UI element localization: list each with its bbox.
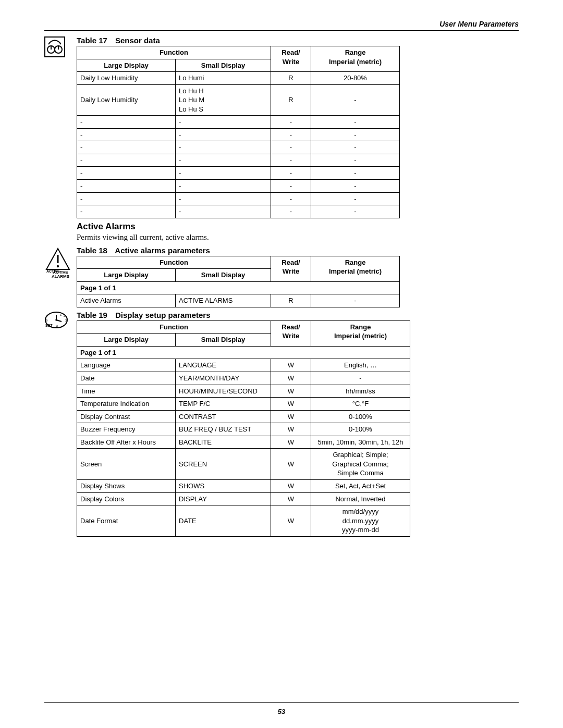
page-row: Page 1 of 1	[77, 346, 410, 359]
svg-text:SET: SET	[45, 324, 53, 327]
th-rw: Read/ Write	[271, 46, 311, 72]
table19-body: LanguageLANGUAGEWEnglish, …DateYEAR/MONT…	[77, 359, 410, 536]
active-alarms-desc: Permits viewing all current, active alar…	[77, 233, 519, 242]
cell-small-display: -	[176, 116, 271, 129]
table-row: ----	[77, 205, 400, 218]
th-small: Small Display	[176, 269, 271, 282]
page-row: Page 1 of 1	[77, 281, 400, 294]
cell-large-display: Display Shows	[77, 479, 176, 492]
table-row: ----	[77, 116, 400, 129]
table-row: Display ShowsSHOWSWSet, Act, Act+Set	[77, 479, 410, 492]
table-row: Backlite Off After x HoursBACKLITEW5min,…	[77, 436, 410, 449]
page-number: 53	[0, 708, 563, 715]
cell-rw: W	[271, 423, 311, 436]
alarm-icon: ACTIVE ALARMS ACTIVEALARMS	[44, 246, 77, 279]
cell-rw: W	[271, 492, 311, 505]
cell-range: °C,°F	[311, 398, 410, 411]
table-row: LanguageLANGUAGEWEnglish, …	[77, 359, 410, 372]
cell-range: -	[311, 141, 400, 154]
cell-rw: W	[271, 398, 311, 411]
active-alarms-title: Active Alarms	[77, 221, 519, 232]
table17-caption: Table 17 Sensor data	[77, 36, 519, 45]
svg-point-19	[55, 319, 57, 321]
cell-small-display: Lo Humi	[176, 72, 271, 85]
cell-small-display: -	[176, 167, 271, 180]
cell-rw: -	[271, 205, 311, 218]
cell-large-display: Active Alarms	[77, 294, 176, 307]
header-section: User Menu Parameters	[44, 20, 519, 28]
table-row: ----	[77, 167, 400, 180]
table-row: ScreenSCREENWGraphical; Simple; Graphica…	[77, 449, 410, 480]
cell-range: English, …	[311, 359, 410, 372]
cell-large-display: -	[77, 116, 176, 129]
table-row: Display ColorsDISPLAYWNormal, Inverted	[77, 492, 410, 505]
cell-large-display: Language	[77, 359, 176, 372]
cell-rw: W	[271, 505, 311, 537]
cell-range: 5min, 10min, 30min, 1h, 12h	[311, 436, 410, 449]
th-small: Small Display	[176, 59, 271, 72]
cell-rw: -	[271, 141, 311, 154]
table-row: ----	[77, 141, 400, 154]
cell-rw: -	[271, 180, 311, 193]
cell-large-display: Screen	[77, 449, 176, 480]
footer-rule	[44, 702, 519, 703]
th-rw: Read/ Write	[271, 320, 311, 346]
cell-large-display: Daily Low Humidity	[77, 72, 176, 85]
table-row: ----	[77, 192, 400, 205]
th-large: Large Display	[77, 269, 176, 282]
table19-caption: Table 19 Display setup parameters	[77, 311, 519, 319]
cell-range: 0-100%	[311, 410, 410, 423]
cell-small-display: BACKLITE	[176, 436, 271, 449]
cell-large-display: Display Colors	[77, 492, 176, 505]
cell-range: -	[311, 192, 400, 205]
cell-large-display: Time	[77, 385, 176, 398]
cell-rw: -	[271, 192, 311, 205]
cell-range: Normal, Inverted	[311, 492, 410, 505]
th-function: Function	[77, 46, 271, 59]
th-function: Function	[77, 320, 271, 334]
cell-small-display: CONTRAST	[176, 410, 271, 423]
cell-range: -	[311, 116, 400, 129]
cell-large-display: -	[77, 180, 176, 193]
table19: Function Read/ Write Range Imperial (met…	[77, 320, 410, 537]
cell-small-display: DISPLAY	[176, 492, 271, 505]
table-row: ----	[77, 154, 400, 167]
th-range: Range Imperial (metric)	[311, 256, 400, 281]
cell-small-display: ACTIVE ALARMS	[176, 294, 271, 307]
cell-rw: W	[271, 436, 311, 449]
cell-range: -	[311, 167, 400, 180]
cell-rw: R	[271, 72, 311, 85]
table-row: TimeHOUR/MINUTE/SECONDWhh/mm/ss	[77, 385, 410, 398]
table-row: DateYEAR/MONTH/DAYW-	[77, 372, 410, 385]
cell-range: -	[311, 205, 400, 218]
cell-small-display: -	[176, 192, 271, 205]
cell-rw: W	[271, 479, 311, 492]
cell-large-display: Daily Low Humidity	[77, 84, 176, 116]
table18: Function Read/ Write Range Imperial (met…	[77, 256, 400, 307]
cell-rw: -	[271, 128, 311, 141]
cell-large-display: Temperature Indication	[77, 398, 176, 411]
cell-range: hh/mm/ss	[311, 385, 410, 398]
cell-large-display: -	[77, 205, 176, 218]
cell-small-display: -	[176, 154, 271, 167]
cell-rw: R	[271, 84, 311, 116]
table-row: Display ContrastCONTRASTW0-100%	[77, 410, 410, 423]
cell-large-display: -	[77, 167, 176, 180]
cell-rw: -	[271, 116, 311, 129]
cell-small-display: SCREEN	[176, 449, 271, 480]
cell-rw: W	[271, 449, 311, 480]
table-row: ----	[77, 128, 400, 141]
sensor-icon	[44, 36, 77, 57]
th-function: Function	[77, 256, 271, 269]
cell-small-display: -	[176, 180, 271, 193]
cell-large-display: Buzzer Frequency	[77, 423, 176, 436]
cell-rw: W	[271, 372, 311, 385]
table-row: Date FormatDATEWmm/dd/yyyy dd.mm.yyyy yy…	[77, 505, 410, 537]
th-range: Range Imperial (metric)	[311, 320, 410, 346]
cell-large-display: Date Format	[77, 505, 176, 537]
table17: Function Read/ Write Range Imperial (met…	[77, 46, 400, 218]
cell-small-display: -	[176, 205, 271, 218]
cell-rw: R	[271, 294, 311, 307]
th-range: Range Imperial (metric)	[311, 46, 400, 72]
cell-large-display: -	[77, 128, 176, 141]
